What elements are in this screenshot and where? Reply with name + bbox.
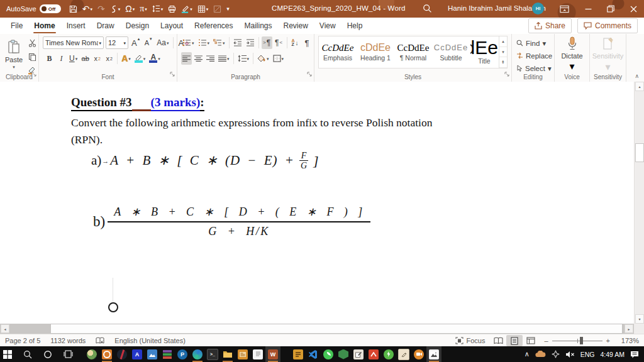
tab-help[interactable]: Help <box>341 18 369 34</box>
green-assistant-app[interactable] <box>381 346 396 362</box>
font-color-button[interactable]: A ▾ <box>148 52 162 65</box>
photos-app[interactable] <box>426 346 441 362</box>
scroll-down-icon[interactable]: ▾ <box>635 314 644 324</box>
minimize-button[interactable] <box>577 0 599 18</box>
focus-mode-button[interactable]: Focus <box>450 334 490 347</box>
copy-button[interactable] <box>26 50 38 63</box>
tab-references[interactable]: References <box>189 18 238 34</box>
scroll-right-icon[interactable]: ▸ <box>625 324 633 333</box>
pen-nav-icon[interactable] <box>552 350 560 358</box>
underline-button[interactable]: U▾ <box>68 52 79 65</box>
undo-dropdown-icon[interactable]: ▾ <box>90 7 92 11</box>
dark-sphere-app[interactable] <box>114 346 130 362</box>
scroll-up-icon[interactable]: ▴ <box>635 82 644 91</box>
document-page[interactable]: Question #3 (3 marks) : Convert the foll… <box>0 82 634 324</box>
autosave-toggle[interactable]: AutoSave Off <box>6 4 61 13</box>
acrobat-app[interactable]: A <box>130 346 145 362</box>
paste-dropdown-icon[interactable]: ▾ <box>13 65 15 69</box>
camera-meet-app[interactable] <box>411 346 426 362</box>
borders-button[interactable]: ▾ <box>272 52 286 65</box>
scroll-left-icon[interactable]: ◂ <box>1 324 9 333</box>
onedrive-cloud-icon[interactable] <box>535 351 546 358</box>
close-button[interactable] <box>623 0 644 18</box>
increase-indent-button[interactable] <box>245 36 256 49</box>
volume-muted-button[interactable] <box>565 351 575 358</box>
style-emphasis[interactable]: CcDdEe Emphasis <box>319 36 357 68</box>
comments-button[interactable]: Comments <box>577 18 638 33</box>
collapse-ribbon-icon[interactable]: ∧ <box>635 73 639 79</box>
terminal-app[interactable]: >_ <box>205 346 220 362</box>
style-title[interactable]: CcDdEe Title <box>470 36 499 68</box>
font-family-dropdown-icon[interactable]: ▾ <box>99 41 101 45</box>
horizontal-scrollbar[interactable]: ◂ ▸ <box>0 324 644 334</box>
equation-dropdown-icon[interactable]: ▾ <box>145 7 147 11</box>
shading-button[interactable]: ▾ <box>256 52 270 65</box>
replace-button[interactable]: Replace <box>516 50 552 61</box>
word-app[interactable]: W <box>265 346 280 362</box>
language-tray[interactable]: ENG <box>580 351 595 358</box>
language-indicator[interactable]: English (United States) <box>109 334 191 347</box>
ltr-direction-button[interactable]: > ¶ <box>262 36 272 49</box>
word-count[interactable]: 1132 words <box>45 334 91 347</box>
tray-overflow-icon[interactable]: ∧ <box>525 350 530 358</box>
dictate-button[interactable]: Dictate ▾ <box>555 36 589 72</box>
styles-dialog-launcher[interactable] <box>504 68 509 79</box>
compose-app[interactable] <box>351 346 366 362</box>
grow-font-button[interactable]: A▴ <box>130 36 141 49</box>
styles-scroll-up-icon[interactable]: ▴ <box>499 36 507 47</box>
strikethrough-button[interactable]: ab <box>80 52 91 65</box>
style-subtitle[interactable]: CcDdEe Subtitle <box>432 36 470 68</box>
avatar[interactable]: HI <box>532 3 544 14</box>
italic-button[interactable]: I <box>56 52 67 65</box>
winrar-app[interactable] <box>160 346 175 362</box>
share-button[interactable]: Share <box>528 18 572 33</box>
show-formatting-button[interactable]: ¶ <box>302 36 313 49</box>
print-layout-button[interactable] <box>506 335 523 346</box>
proofing-errors-button[interactable] <box>91 334 109 347</box>
zoom-out-button[interactable]: – <box>539 334 548 347</box>
select-button[interactable]: Select ▾ <box>516 63 552 74</box>
tab-design[interactable]: Design <box>120 18 155 34</box>
superscript-button[interactable]: x2 <box>104 52 114 65</box>
outlook-app[interactable] <box>99 346 114 362</box>
sticky-notes-app[interactable] <box>396 346 411 362</box>
font-family-combo[interactable]: Times New Roma ▾ <box>43 36 104 49</box>
read-mode-button[interactable] <box>490 335 506 346</box>
task-view-button[interactable] <box>60 346 75 362</box>
numbered-list-button[interactable]: ▾ <box>197 36 211 49</box>
rtl-direction-button[interactable]: ¶ < <box>274 36 284 49</box>
multilevel-list-button[interactable]: ▾ <box>212 36 226 49</box>
equation-button[interactable]: π ▾ <box>138 1 149 16</box>
text-effects-button[interactable]: A▾ <box>120 52 132 65</box>
style-normal[interactable]: CcDdEe ¶ Normal <box>394 36 432 68</box>
zoom-slider-thumb[interactable] <box>580 337 583 344</box>
page-indicator[interactable]: Page 2 of 5 <box>0 334 45 347</box>
autosave-switch-icon[interactable]: Off <box>40 4 61 13</box>
tab-draw[interactable]: Draw <box>91 18 120 34</box>
search-button[interactable] <box>423 4 432 14</box>
file-explorer-app[interactable] <box>220 346 235 362</box>
zoom-percentage[interactable]: 173% <box>615 337 639 344</box>
highlighter-button-qat[interactable]: ▾ <box>179 1 194 16</box>
tab-mailings[interactable]: Mailings <box>238 18 277 34</box>
line-spacing-dropdown-icon[interactable]: ▾ <box>161 7 164 11</box>
bullet-list-button[interactable]: ▾ <box>181 36 196 49</box>
bold-button[interactable]: B <box>44 52 55 65</box>
mail-check-app[interactable] <box>366 346 381 362</box>
styles-more-icon[interactable]: ⇟ <box>499 57 507 68</box>
font-size-dropdown-icon[interactable]: ▾ <box>123 41 126 45</box>
clock[interactable]: 4:49 AM <box>600 351 625 358</box>
notepad-app[interactable] <box>250 346 265 362</box>
tab-review[interactable]: Review <box>278 18 314 34</box>
ink-gesture-button[interactable]: ▾ <box>108 1 123 16</box>
tab-home[interactable]: Home <box>28 18 60 34</box>
contact-card-app[interactable] <box>235 346 250 362</box>
symbol-dropdown-icon[interactable]: ▾ <box>133 7 135 11</box>
vscode-app[interactable] <box>306 346 321 362</box>
paste-button[interactable]: Paste ▾ <box>3 36 25 72</box>
tab-insert[interactable]: Insert <box>61 18 91 34</box>
ink-dropdown-icon[interactable]: ▾ <box>118 7 121 11</box>
justify-button[interactable]: ▾ <box>217 52 231 65</box>
font-size-combo[interactable]: 12 ▾ <box>106 36 128 49</box>
line-spacing-button[interactable]: ▾ <box>150 1 165 16</box>
